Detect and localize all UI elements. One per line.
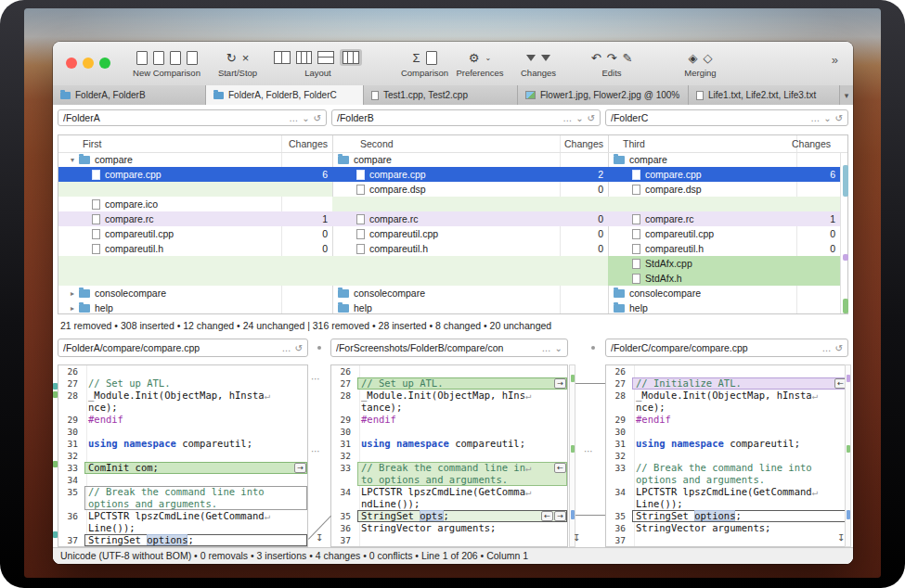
tab-flower-jpg[interactable]: Flower1.jpg, Flower2.jpg @ 100% (518, 85, 689, 105)
toolbar-group-comparison[interactable]: Σ Comparison (385, 47, 464, 81)
layout-selected-icon (343, 51, 359, 64)
table-row-compareutil-h[interactable]: compareutil.h 0 compareutil.h 0 compareu… (58, 241, 840, 256)
file-path-field-b[interactable]: /ForScreenshots/FolderB/compare/con…⌄ (330, 339, 568, 357)
table-body: ▾compare compare compare compare.cpp 6 c… (58, 152, 840, 313)
more-icon[interactable]: … (810, 113, 820, 123)
tree-collapse-icon[interactable]: ▸ (66, 289, 79, 298)
table-row-compare-folder[interactable]: ▾compare compare compare (58, 152, 840, 167)
toolbar-overflow-button[interactable]: » (832, 53, 838, 67)
column-header-changes[interactable]: Changes (560, 135, 603, 152)
code-pane-third[interactable]: 26 27// Initialize ATL.← 28_Module.Init(… (605, 364, 848, 547)
column-header-changes[interactable]: Changes (792, 135, 831, 152)
history-icon[interactable]: ↺ (835, 343, 843, 353)
chevron-down-icon[interactable]: ⌄ (575, 113, 583, 123)
merge-right-button[interactable]: → (554, 378, 566, 389)
code-line: to options and arguments. (331, 474, 567, 486)
history-icon[interactable]: ↺ (295, 343, 303, 353)
column-header-second[interactable]: Second (360, 135, 394, 152)
merge-icon: ◈ (689, 51, 698, 65)
more-icon[interactable]: … (822, 343, 832, 353)
table-row-help[interactable]: ▸help help help (58, 300, 840, 315)
folder-path-field-a[interactable]: /FolderA…⌄↺ (58, 109, 327, 126)
line-number: 37 (331, 534, 357, 546)
item-name: compare.cpp (645, 169, 702, 180)
tab-life-txt[interactable]: Life1.txt, Life2.txt, Life3.txt (689, 85, 840, 105)
go-to-last-change-button[interactable]: ↧ (837, 532, 845, 543)
file-icon (632, 229, 640, 239)
code-token: _Module.Init(ObjectMap, hIns (361, 390, 525, 401)
go-to-last-change-button[interactable]: ↧ (573, 532, 580, 543)
tree-expand-icon[interactable]: ▾ (66, 156, 79, 164)
tab-bar: FolderA, FolderB FolderA, FolderB, Folde… (53, 85, 853, 106)
changed-line-highlight: // Break the command line in↵← (357, 462, 567, 474)
file-path: /FolderA/compare/compare.cpp (63, 342, 278, 353)
table-row-stdafx-cpp[interactable]: StdAfx.cpp (58, 256, 840, 271)
line-number: 27 (606, 377, 632, 390)
history-icon[interactable]: ↺ (588, 113, 595, 123)
minimize-window-button[interactable] (83, 58, 94, 69)
merge-left-button[interactable]: ← (554, 463, 566, 473)
toolbar-group-changes[interactable]: Changes (510, 47, 567, 81)
merge-right-button[interactable]: → (554, 511, 566, 521)
more-icon[interactable]: … (542, 343, 551, 353)
folder-path-field-b[interactable]: /FolderB…⌄↺ (331, 109, 601, 126)
toolbar-group-new-comparison[interactable]: New Comparison (109, 47, 225, 81)
table-row-compare-rc[interactable]: compare.rc 1 compare.rc 0 compare.rc 1 (58, 211, 840, 226)
column-header-first[interactable]: First (83, 135, 101, 152)
code-pane-first[interactable]: 26 27// Set up ATL. 28_Module.Init(Objec… (58, 364, 308, 547)
table-row-compare-ico[interactable]: compare.ico (58, 197, 840, 211)
tab-test-cpp[interactable]: Test1.cpp, Test2.cpp (364, 85, 518, 105)
toolbar-group-start-stop[interactable]: ↻× Start/Stop (211, 47, 265, 81)
file-path-field-a[interactable]: /FolderA/compare/compare.cpp…↺ (58, 339, 308, 357)
table-row-compare-dsp[interactable]: compare.dsp 0 compare.dsp (58, 182, 840, 197)
tab-foldera-folderb-folderc[interactable]: FolderA, FolderB, FolderC (206, 85, 364, 105)
line-number: 31 (58, 438, 84, 450)
chevron-down-icon[interactable]: ⌄ (302, 113, 309, 123)
table-scrollbar[interactable] (840, 152, 850, 313)
toolbar-group-preferences[interactable]: ⚙⌄ Preferences (454, 47, 506, 81)
more-icon[interactable]: … (282, 343, 291, 353)
tab-foldera-folderb[interactable]: FolderA, FolderB (53, 85, 206, 105)
overview-scrollbar-second[interactable] (569, 364, 575, 547)
toolbar-group-edits[interactable]: ↶↷✎ Edits (571, 47, 653, 81)
merge-left-button[interactable]: ← (541, 511, 553, 521)
file-path-field-c[interactable]: /FolderC/compare/compare.cpp…↺ (605, 339, 848, 357)
more-icon[interactable]: … (289, 113, 298, 123)
column-header-third[interactable]: Third (623, 135, 645, 152)
change-frame: // Break the command line into (84, 486, 307, 498)
code-token: options and arguments. (636, 474, 765, 485)
chevron-down-icon[interactable]: ⌄ (555, 343, 562, 353)
line-number: 28 (606, 390, 632, 402)
chevron-down-icon[interactable]: ⌄ (823, 113, 831, 123)
changes-count: 1 (830, 213, 835, 224)
code-pane-second[interactable]: 26 27// Set up ATL.→ 28_Module.Init(Obje… (330, 364, 568, 547)
toolbar-label: Edits (571, 68, 653, 78)
line-number (58, 402, 84, 414)
line-number (331, 402, 357, 414)
go-to-last-change-button[interactable]: ↧ (316, 532, 323, 543)
history-icon[interactable]: ↺ (835, 113, 843, 123)
merge-right-button[interactable]: → (294, 463, 306, 473)
table-row-consolecompare[interactable]: ▸consolecompare consolecompare consoleco… (58, 286, 840, 300)
history-icon[interactable]: ↺ (314, 113, 321, 123)
table-row-compare-cpp-selected[interactable]: compare.cpp 6 compare.cpp 2 compare.cpp … (58, 167, 840, 182)
code-line: 30 (606, 426, 847, 438)
changed-line-highlight: to options and arguments. (357, 474, 567, 486)
overview-scrollbar-third[interactable] (845, 364, 851, 547)
file-path: /FolderC/compare/compare.cpp (611, 342, 819, 353)
toolbar-group-layout[interactable]: Layout (274, 47, 362, 81)
code-line: 32 (58, 450, 307, 462)
toolbar-label: Preferences (454, 68, 506, 78)
code-line: 37 (606, 534, 847, 546)
table-row-compareutil-cpp[interactable]: compareutil.cpp 0 compareutil.cpp 0 comp… (58, 226, 840, 241)
more-icon[interactable]: … (562, 113, 572, 123)
tree-collapse-icon[interactable]: ▸ (66, 304, 79, 313)
column-header-changes[interactable]: Changes (281, 135, 328, 152)
table-row-stdafx-h[interactable]: StdAfx.h (58, 271, 840, 286)
line-number: 32 (58, 450, 84, 462)
toolbar-group-merging[interactable]: ◈◇ Merging (656, 47, 744, 81)
folder-path-field-c[interactable]: /FolderC…⌄↺ (605, 109, 848, 126)
close-window-button[interactable] (66, 58, 77, 69)
changes-count: 6 (322, 169, 328, 180)
tab-list-dropdown[interactable]: ▾ (840, 85, 853, 105)
